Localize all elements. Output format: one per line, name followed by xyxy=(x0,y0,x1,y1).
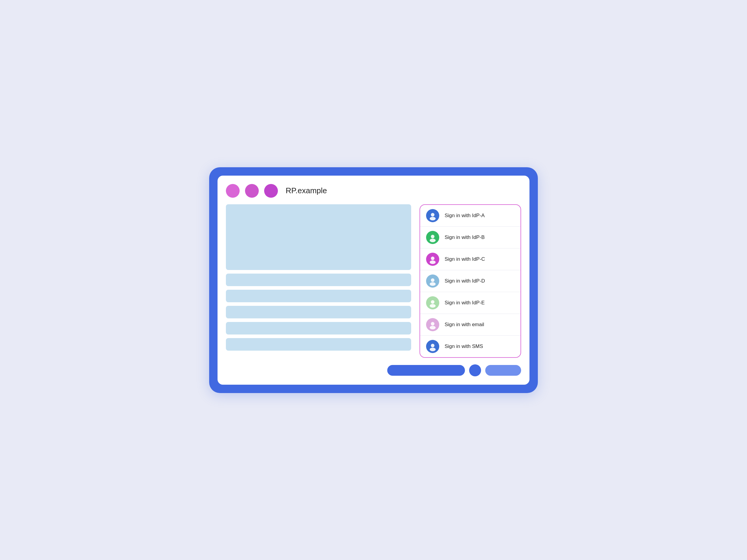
svg-point-10 xyxy=(431,322,434,325)
svg-point-1 xyxy=(430,217,436,220)
signin-label-idp-d: Sign in with IdP-D xyxy=(445,278,485,284)
signin-card: Sign in with IdP-A Sign in with IdP-B xyxy=(419,204,521,358)
svg-point-2 xyxy=(431,235,434,238)
signin-option-sms[interactable]: Sign in with SMS xyxy=(420,336,520,357)
browser-frame: RP.example xyxy=(209,167,538,393)
bottom-bar-pill-right xyxy=(485,365,521,376)
signin-option-idp-d[interactable]: Sign in with IdP-D xyxy=(420,270,520,292)
svg-point-7 xyxy=(430,282,436,286)
browser-inner: RP.example xyxy=(217,176,530,385)
signin-option-idp-c[interactable]: Sign in with IdP-C xyxy=(420,248,520,270)
svg-point-0 xyxy=(431,213,434,216)
signin-option-idp-e[interactable]: Sign in with IdP-E xyxy=(420,292,520,314)
avatar-sms xyxy=(426,340,439,353)
right-panel: Sign in with IdP-A Sign in with IdP-B xyxy=(419,204,521,358)
content-block-large xyxy=(226,204,411,270)
window-dot-2 xyxy=(245,184,259,198)
content-block-row-2 xyxy=(226,290,411,302)
site-title: RP.example xyxy=(286,186,327,195)
avatar-idp-c xyxy=(426,253,439,266)
svg-point-9 xyxy=(430,304,436,308)
content-block-row-1 xyxy=(226,273,411,286)
signin-label-email: Sign in with email xyxy=(445,322,484,328)
left-panel xyxy=(226,204,411,358)
avatar-idp-e xyxy=(426,296,439,310)
avatar-email xyxy=(426,318,439,331)
bottom-bar-pill-left xyxy=(387,365,465,376)
signin-label-idp-b: Sign in with IdP-B xyxy=(445,235,485,240)
svg-point-5 xyxy=(430,261,436,264)
signin-label-sms: Sign in with SMS xyxy=(445,344,483,349)
svg-point-6 xyxy=(431,278,434,282)
bottom-bar-circle xyxy=(469,364,481,376)
svg-point-8 xyxy=(431,300,434,304)
svg-point-13 xyxy=(430,348,436,351)
signin-option-idp-b[interactable]: Sign in with IdP-B xyxy=(420,227,520,248)
signin-option-email[interactable]: Sign in with email xyxy=(420,314,520,336)
svg-point-4 xyxy=(431,257,434,260)
svg-point-3 xyxy=(430,239,436,242)
browser-content: Sign in with IdP-A Sign in with IdP-B xyxy=(226,204,521,358)
content-block-row-3 xyxy=(226,306,411,318)
content-block-row-5 xyxy=(226,338,411,351)
signin-label-idp-e: Sign in with IdP-E xyxy=(445,300,485,306)
svg-point-12 xyxy=(431,344,434,347)
browser-topbar: RP.example xyxy=(226,184,521,198)
avatar-idp-a xyxy=(426,209,439,222)
browser-bottombar xyxy=(226,364,521,376)
content-block-row-4 xyxy=(226,322,411,335)
signin-label-idp-a: Sign in with IdP-A xyxy=(445,213,485,219)
signin-label-idp-c: Sign in with IdP-C xyxy=(445,256,485,262)
window-dot-1 xyxy=(226,184,240,198)
avatar-idp-b xyxy=(426,231,439,244)
window-dot-3 xyxy=(264,184,278,198)
svg-point-11 xyxy=(430,326,436,329)
avatar-idp-d xyxy=(426,274,439,288)
signin-option-idp-a[interactable]: Sign in with IdP-A xyxy=(420,205,520,227)
